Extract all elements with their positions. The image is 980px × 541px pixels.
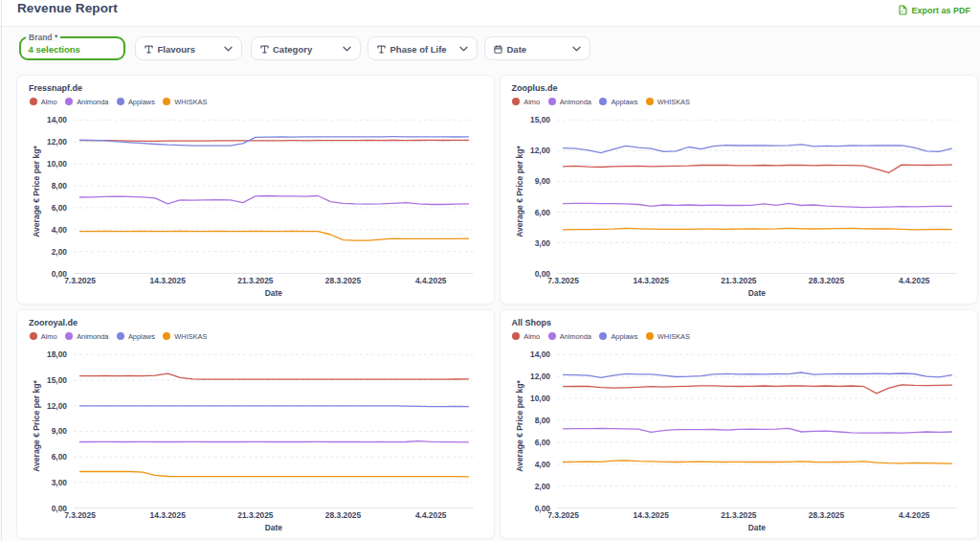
svg-text:7.3.2025: 7.3.2025 — [547, 276, 579, 285]
svg-text:7.3.2025: 7.3.2025 — [64, 276, 96, 285]
svg-text:8,00: 8,00 — [534, 416, 550, 425]
svg-text:14.3.2025: 14.3.2025 — [633, 276, 669, 285]
svg-text:6,00: 6,00 — [534, 208, 550, 217]
svg-text:12,00: 12,00 — [530, 146, 550, 155]
svg-text:Average € Price per kg*: Average € Price per kg* — [514, 379, 523, 471]
svg-text:Date: Date — [265, 523, 282, 532]
svg-text:4.4.2025: 4.4.2025 — [898, 510, 929, 520]
svg-text:8,00: 8,00 — [52, 181, 68, 191]
svg-text:14.3.2025: 14.3.2025 — [633, 510, 669, 520]
svg-text:Average € Price per kg*: Average € Price per kg* — [32, 379, 41, 471]
svg-text:14.3.2025: 14.3.2025 — [150, 276, 187, 285]
svg-text:3,00: 3,00 — [52, 478, 68, 487]
svg-text:12,00: 12,00 — [47, 137, 67, 147]
svg-text:7.3.2025: 7.3.2025 — [547, 510, 579, 520]
svg-text:28.3.2025: 28.3.2025 — [808, 276, 844, 285]
svg-text:6,00: 6,00 — [52, 203, 68, 213]
svg-text:2,00: 2,00 — [52, 247, 68, 257]
svg-text:4,00: 4,00 — [52, 225, 68, 235]
svg-text:6,00: 6,00 — [52, 452, 68, 462]
svg-text:28.3.2025: 28.3.2025 — [325, 510, 362, 520]
svg-text:9,00: 9,00 — [52, 426, 68, 436]
svg-text:28.3.2025: 28.3.2025 — [808, 510, 844, 520]
svg-text:Date: Date — [265, 288, 282, 298]
svg-text:Average € Price per kg*: Average € Price per kg* — [514, 145, 523, 237]
svg-text:12,00: 12,00 — [530, 372, 550, 381]
svg-text:10,00: 10,00 — [47, 159, 67, 169]
svg-text:18,00: 18,00 — [47, 349, 67, 359]
svg-text:4,00: 4,00 — [534, 460, 550, 469]
svg-text:Average € Price per kg*: Average € Price per kg* — [32, 145, 41, 237]
svg-text:3,00: 3,00 — [534, 238, 550, 248]
svg-text:28.3.2025: 28.3.2025 — [325, 276, 362, 285]
svg-text:Date: Date — [747, 523, 765, 532]
svg-text:10,00: 10,00 — [530, 394, 550, 403]
svg-text:21.3.2025: 21.3.2025 — [721, 510, 757, 520]
svg-text:14,00: 14,00 — [47, 115, 67, 124]
svg-text:21.3.2025: 21.3.2025 — [237, 276, 274, 285]
svg-text:14.3.2025: 14.3.2025 — [150, 510, 187, 520]
svg-text:15,00: 15,00 — [530, 115, 550, 124]
svg-text:14,00: 14,00 — [530, 349, 550, 359]
svg-text:6,00: 6,00 — [534, 438, 550, 447]
svg-text:4.4.2025: 4.4.2025 — [415, 510, 447, 520]
svg-text:12,00: 12,00 — [47, 401, 67, 411]
svg-text:4.4.2025: 4.4.2025 — [898, 276, 929, 285]
svg-text:21.3.2025: 21.3.2025 — [721, 276, 757, 285]
svg-text:2,00: 2,00 — [534, 482, 550, 491]
svg-text:4.4.2025: 4.4.2025 — [415, 276, 447, 285]
svg-text:9,00: 9,00 — [534, 176, 550, 186]
svg-text:Date: Date — [747, 288, 765, 298]
svg-text:7.3.2025: 7.3.2025 — [64, 510, 96, 520]
svg-text:15,00: 15,00 — [47, 375, 67, 385]
svg-text:21.3.2025: 21.3.2025 — [237, 510, 274, 520]
